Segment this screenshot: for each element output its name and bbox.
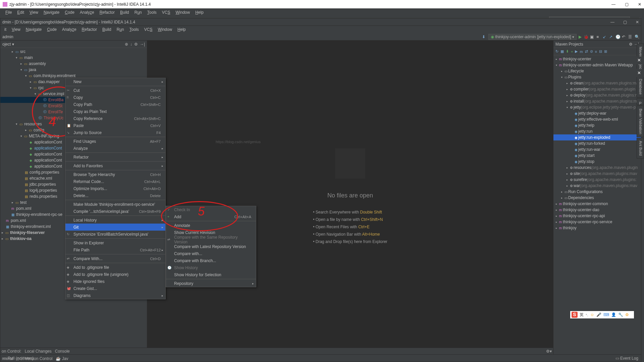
menu-tools[interactable]: Tools	[145, 9, 159, 16]
ctx-add-favorites[interactable]: Add to Favorites	[65, 162, 165, 169]
menu-code[interactable]: Code	[62, 9, 77, 16]
structure-icon[interactable]: ☰	[628, 35, 633, 39]
maven-tree[interactable]: ▸mthinkjoy-ucenter ▾mthinkjoy-ucenter-ad…	[553, 55, 641, 232]
tree-test[interactable]: test	[20, 200, 26, 205]
tree-appctx-4[interactable]: applicationCont	[34, 158, 62, 163]
inner-menu-build[interactable]: Build	[100, 26, 114, 33]
maven-add-icon[interactable]: +	[571, 50, 573, 54]
maximize-button[interactable]: ▢	[625, 2, 629, 7]
outer-tab-version-control[interactable]: ◇ 9: Version Control	[16, 356, 53, 361]
maven-surefire[interactable]: surefire	[574, 177, 587, 182]
ctx-analyze[interactable]: Analyze	[65, 145, 165, 152]
tree-class-2[interactable]: EnrollSt	[48, 104, 62, 108]
maven-node-ucenter[interactable]: thinkjoy-ucenter	[563, 57, 591, 61]
ctx-synchronize[interactable]: ↻Synchronize 'EnrollBatchServiceImpl.jav…	[65, 231, 165, 238]
maven-plugins[interactable]: Plugins	[568, 75, 581, 79]
minimize-button[interactable]: —	[611, 2, 615, 7]
search-icon[interactable]: 🔍	[635, 35, 639, 39]
menu-help[interactable]: Help	[193, 9, 206, 16]
gear-icon[interactable]: ⚙	[134, 42, 138, 47]
tree-config[interactable]: config	[34, 128, 44, 132]
inner-close-button[interactable]: ✕	[636, 20, 639, 24]
maven-skip-icon[interactable]: ⊘	[590, 49, 593, 54]
tab-local-changes[interactable]: Local Changes	[25, 349, 52, 354]
tree-oa[interactable]: thinkiov-oa	[10, 236, 32, 241]
tree-resources[interactable]: resources	[24, 122, 42, 126]
inner-debug-icon[interactable]: 🐞	[584, 35, 588, 39]
git-repository[interactable]: Repository	[166, 280, 256, 287]
make-icon[interactable]: ⬇	[482, 35, 486, 39]
ctx-file-path[interactable]: File PathCtrl+Alt+F12	[65, 246, 165, 253]
ime-lang-label[interactable]: 英	[580, 312, 584, 318]
maven-jetty-run-exploded[interactable]: jetty:run-exploded	[578, 135, 610, 140]
vcs-commit-icon[interactable]: ↗	[609, 35, 613, 39]
maven-gear-icon[interactable]: ⚙	[629, 42, 633, 47]
git-show-history[interactable]: 🕐Show History	[166, 264, 256, 271]
maven-node-admin[interactable]: thinkjoy-ucenter-admin Maven Webapp	[563, 63, 633, 67]
maven-run-icon[interactable]: ▶	[575, 49, 578, 54]
ctx-copy[interactable]: ⎘CopyCtrl+C	[65, 94, 165, 101]
outer-tab-java[interactable]: ☕ Jav	[56, 356, 68, 361]
ime-toolbar[interactable]: S 英 •, ☺ 🎤 ⌨ 👤 🔧 ⚙	[570, 311, 634, 318]
ime-settings-icon[interactable]: ⚙	[625, 312, 629, 317]
tree-appctx-5[interactable]: applicationCont	[34, 164, 62, 169]
tree-appctx-2[interactable]: applicationCont	[34, 146, 62, 150]
maven-toggle-icon[interactable]: ⇄	[585, 49, 588, 54]
menu-window[interactable]: Window	[173, 9, 193, 16]
ctx-browse-type-hierarchy[interactable]: Browse Type HierarchyCtrl+H	[65, 171, 165, 178]
maven-site[interactable]: site	[574, 171, 580, 176]
maven-install[interactable]: install	[574, 99, 584, 104]
hide-panel-icon[interactable]: →|	[140, 42, 145, 47]
maven-deploy[interactable]: deploy	[574, 93, 585, 98]
maven-settings-icon[interactable]: ⊞	[604, 49, 607, 54]
ctx-local-history[interactable]: Local History	[65, 217, 165, 224]
menu-view[interactable]: View	[27, 9, 41, 16]
inner-menu-code[interactable]: Code	[44, 26, 59, 33]
ctx-create-gist[interactable]: 🐙Create Gist...	[65, 285, 165, 292]
git-compare-branch[interactable]: Compare with Branch...	[166, 257, 256, 264]
maven-war[interactable]: war	[574, 183, 580, 188]
tab-bean-validation[interactable]: Bean Validation	[637, 106, 644, 137]
ctx-git[interactable]: Git	[65, 224, 165, 231]
tree-main[interactable]: main	[24, 55, 33, 60]
menu-refactor[interactable]: Refactor	[97, 9, 117, 16]
git-compare-same-repo[interactable]: ⇄Compare with the Same Repository Versio…	[166, 236, 256, 243]
tree-log4j-props[interactable]: log4j.properties	[30, 188, 57, 193]
vcs-update-icon[interactable]: ↙	[603, 35, 607, 39]
collapse-all-icon[interactable]: ↓	[130, 42, 132, 47]
maven-resources[interactable]: resources	[574, 165, 591, 170]
menu-file[interactable]: File	[3, 9, 14, 16]
inner-menu-edit[interactable]: it	[2, 26, 9, 33]
tree-iml[interactable]: thinkjoy-enrollment-rpc-se	[16, 212, 62, 217]
maven-node-rpc-service[interactable]: thinkjoy-ucenter-rpc-service	[563, 220, 612, 224]
tree-rpc[interactable]: rpc	[38, 85, 44, 90]
maven-node-common[interactable]: thinkjoy-ucenter-common	[563, 201, 608, 206]
ctx-cut[interactable]: ✂CutCtrl+X	[65, 87, 165, 94]
ctx-show-in-explorer[interactable]: Show in Explorer	[65, 239, 165, 246]
maven-reimport-icon[interactable]: ↻	[555, 49, 558, 54]
overlay-close-1[interactable]: ✕	[634, 56, 644, 64]
tree-jdbc-props[interactable]: jdbc.properties	[30, 182, 56, 187]
scroll-to-source-icon[interactable]: ⊕	[125, 42, 128, 47]
inner-menu-refactor[interactable]: Refactor	[79, 26, 100, 33]
inner-menu-vcs[interactable]: VCS	[142, 26, 155, 33]
ime-mic-icon[interactable]: 🎤	[596, 312, 601, 317]
ctx-copy-plain[interactable]: Copy as Plain Text	[65, 108, 165, 115]
maven-jetty-run[interactable]: jetty:run	[578, 129, 593, 134]
ctx-reformat-code[interactable]: Reformat Code...Ctrl+Alt+L	[65, 178, 165, 185]
ctx-compare-with[interactable]: ⇄Compare With...Ctrl+D	[65, 255, 165, 262]
ctx-copy-path[interactable]: Copy PathCtrl+Shift+C	[65, 101, 165, 108]
close-button[interactable]: ✕	[638, 2, 641, 7]
menu-navigate[interactable]: Navigate	[41, 9, 62, 16]
inner-menu-window[interactable]: Window	[155, 26, 175, 33]
ctx-paste[interactable]: 📋PasteCtrl+V	[65, 122, 165, 129]
ctx-add-gitignore[interactable]: ◆Add to .gitignore file	[65, 264, 165, 271]
inner-menu-analyze[interactable]: Analyze	[59, 26, 79, 33]
vcs-history-icon[interactable]: 🕐	[615, 35, 620, 39]
tree-assembly[interactable]: assembly	[29, 61, 46, 66]
inner-menu-run[interactable]: Run	[114, 26, 127, 33]
maven-dependencies[interactable]: Dependencies	[568, 195, 594, 200]
ctx-find-usages[interactable]: Find UsagesAlt+F7	[65, 138, 165, 145]
tree-fileserver[interactable]: thinkjoy-fileserver	[10, 230, 45, 235]
maven-show-icon[interactable]: ≡	[595, 50, 597, 54]
